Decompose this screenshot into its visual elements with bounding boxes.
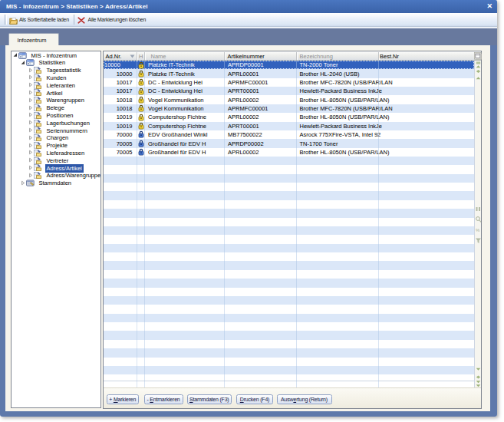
svg-text:%: % [476, 228, 480, 232]
